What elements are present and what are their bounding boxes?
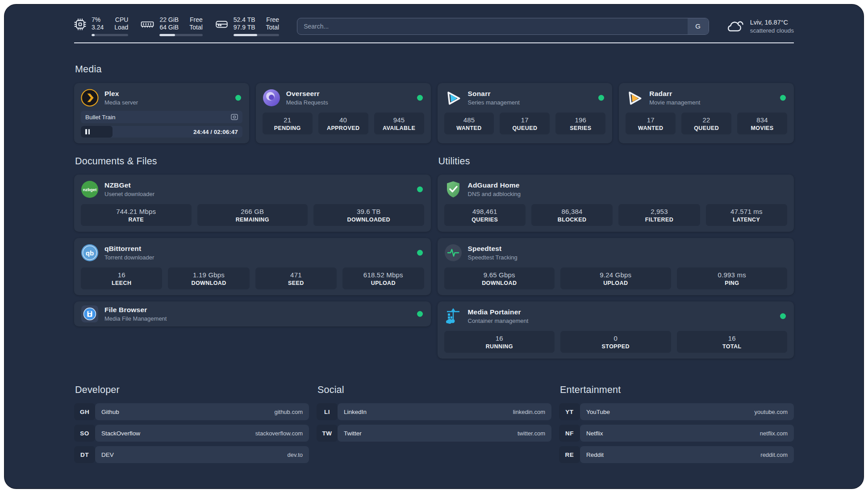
app-name: Radarr bbox=[649, 90, 700, 98]
bookmark-youtube[interactable]: YT YouTube youtube.com bbox=[559, 403, 794, 420]
header-divider bbox=[74, 42, 794, 43]
bookmark-netflix[interactable]: NF Netflix netflix.com bbox=[559, 425, 794, 442]
app-card-overseerr[interactable]: Overseerr Media Requests 21 PENDING 40 A… bbox=[256, 83, 431, 143]
cloud-icon bbox=[725, 18, 744, 35]
system-metrics: 7% CPU 3.24 Load bbox=[74, 16, 279, 36]
now-playing-row: Bullet Train bbox=[81, 111, 242, 123]
filebrowser-icon bbox=[81, 305, 99, 323]
bookmark-abbr: RE bbox=[559, 446, 580, 463]
app-card-nzbget[interactable]: nzbget NZBGet Usenet downloader 74 bbox=[74, 175, 431, 232]
bookmark-abbr: DT bbox=[74, 446, 95, 463]
memory-progress-bar bbox=[159, 34, 202, 36]
app-subtitle: Movie management bbox=[649, 99, 700, 106]
bookmark-reddit[interactable]: RE Reddit reddit.com bbox=[559, 446, 794, 463]
bookmark-name: YouTube bbox=[586, 409, 610, 415]
bookmark-linkedin[interactable]: LI LinkedIn linkedin.com bbox=[317, 403, 551, 420]
search-input[interactable] bbox=[297, 18, 688, 34]
app-subtitle: Container management bbox=[468, 318, 529, 324]
app-card-adguard[interactable]: AdGuard Home DNS and adblocking 498,461 … bbox=[438, 175, 794, 232]
app-card-plex[interactable]: Plex Media server Bullet Train bbox=[74, 83, 249, 143]
stat-tile: 1.19 Gbps DOWNLOAD bbox=[168, 267, 249, 289]
qbittorrent-icon: qb bbox=[81, 244, 99, 262]
bookmark-abbr: TW bbox=[317, 425, 338, 442]
pause-button[interactable] bbox=[85, 129, 90, 134]
sonarr-icon bbox=[444, 89, 462, 107]
bookmark-url: youtube.com bbox=[755, 409, 788, 415]
dashboard: 7% CPU 3.24 Load bbox=[4, 4, 864, 489]
memory-free-label: Free bbox=[189, 16, 203, 24]
bookmark-name: Reddit bbox=[586, 451, 604, 458]
app-name: Media Portainer bbox=[468, 308, 529, 316]
app-name: Overseerr bbox=[286, 90, 328, 98]
app-name: qBittorrent bbox=[104, 245, 154, 253]
app-subtitle: Speedtest Tracking bbox=[468, 254, 517, 261]
bookmark-github[interactable]: GH Github github.com bbox=[74, 403, 309, 420]
section-title-documents: Documents & Files bbox=[75, 156, 431, 167]
app-name: Sonarr bbox=[468, 90, 520, 98]
now-playing-cast-icon[interactable] bbox=[231, 114, 238, 120]
svg-text:nzbget: nzbget bbox=[83, 187, 97, 192]
section-title-social: Social bbox=[317, 384, 551, 396]
bookmark-abbr: SO bbox=[74, 425, 95, 442]
bookmark-dev[interactable]: DT DEV dev.to bbox=[74, 446, 309, 463]
stat-tile: 744.21 Mbps RATE bbox=[81, 204, 192, 226]
memory-metric: 22 GiB Free 64 GiB Total bbox=[141, 16, 202, 36]
disk-progress-bar bbox=[234, 34, 279, 36]
search-engine-button[interactable]: G bbox=[688, 18, 709, 34]
app-name: File Browser bbox=[104, 306, 167, 314]
section-title-media: Media bbox=[75, 64, 794, 75]
bookmark-twitter[interactable]: TW Twitter twitter.com bbox=[317, 425, 551, 442]
stat-tile: 9.24 Gbps UPLOAD bbox=[560, 267, 671, 289]
now-playing-time: 24:44 / 02:06:47 bbox=[193, 129, 238, 135]
app-card-filebrowser[interactable]: File Browser Media File Management bbox=[74, 301, 431, 326]
app-card-radarr[interactable]: Radarr Movie management 17 WANTED 22 QUE… bbox=[619, 83, 794, 143]
app-subtitle: Usenet downloader bbox=[104, 191, 154, 197]
app-subtitle: Media server bbox=[104, 99, 138, 106]
bookmark-url: dev.to bbox=[288, 451, 303, 458]
bookmark-group-developer: Developer GH Github github.com SO StackO… bbox=[74, 384, 309, 463]
app-name: Speedtest bbox=[468, 245, 517, 253]
memory-total-value: 64 GiB bbox=[159, 24, 179, 31]
documents-column: Documents & Files nzbget bbox=[74, 156, 431, 326]
search-bar: G bbox=[297, 18, 709, 35]
bookmark-url: netflix.com bbox=[760, 430, 788, 437]
stat-tile: 266 GB REMAINING bbox=[197, 204, 308, 226]
stat-tile: 618.52 Mbps UPLOAD bbox=[342, 267, 424, 289]
app-card-speedtest[interactable]: Speedtest Speedtest Tracking 9.65 Gbps D… bbox=[438, 238, 794, 295]
disk-total-label: Total bbox=[266, 24, 280, 31]
app-subtitle: DNS and adblocking bbox=[468, 191, 521, 197]
status-online-dot bbox=[780, 95, 786, 101]
stat-tile: 9.65 Gbps DOWNLOAD bbox=[444, 267, 555, 289]
bookmark-name: LinkedIn bbox=[344, 409, 367, 415]
status-online-dot bbox=[417, 311, 423, 317]
svg-text:qb: qb bbox=[86, 249, 94, 257]
weather-condition: scattered clouds bbox=[750, 27, 794, 34]
bookmarks: Developer GH Github github.com SO StackO… bbox=[74, 384, 794, 463]
now-playing-title: Bullet Train bbox=[85, 114, 116, 121]
stat-tile: 47.571 ms LATENCY bbox=[706, 204, 787, 226]
now-playing-progress: 24:44 / 02:06:47 bbox=[81, 126, 242, 138]
plex-icon bbox=[81, 89, 99, 107]
bookmark-url: linkedin.com bbox=[513, 409, 545, 415]
app-card-portainer[interactable]: Media Portainer Container management 16 … bbox=[438, 301, 794, 359]
radarr-icon bbox=[626, 89, 643, 107]
stat-tile: 17 WANTED bbox=[626, 113, 676, 134]
stat-tile: 40 APPROVED bbox=[318, 113, 368, 134]
weather-location-temp: Lviv, 16.87°C bbox=[750, 19, 794, 26]
section-title-developer: Developer bbox=[75, 384, 309, 396]
bookmark-url: github.com bbox=[274, 409, 303, 415]
app-card-qbittorrent[interactable]: qb qBittorrent Torrent downloader bbox=[74, 238, 431, 295]
bookmark-abbr: YT bbox=[559, 403, 580, 420]
stat-tile: 17 QUEUED bbox=[500, 113, 550, 134]
stat-tile: 39.6 TB DOWNLOADED bbox=[313, 204, 424, 226]
app-subtitle: Series management bbox=[468, 99, 520, 106]
app-subtitle: Media Requests bbox=[286, 99, 328, 106]
bookmark-stackoverflow[interactable]: SO StackOverflow stackoverflow.com bbox=[74, 425, 309, 442]
bookmark-url: twitter.com bbox=[517, 430, 545, 437]
stat-tile: 471 SEED bbox=[255, 267, 337, 289]
app-subtitle: Media File Management bbox=[104, 315, 167, 322]
nzbget-icon: nzbget bbox=[81, 180, 99, 198]
app-card-sonarr[interactable]: Sonarr Series management 485 WANTED 17 Q… bbox=[438, 83, 613, 143]
bookmark-group-entertainment: Entertainment YT YouTube youtube.com NF … bbox=[559, 384, 794, 463]
stat-tile: 498,461 QUERIES bbox=[444, 204, 526, 226]
